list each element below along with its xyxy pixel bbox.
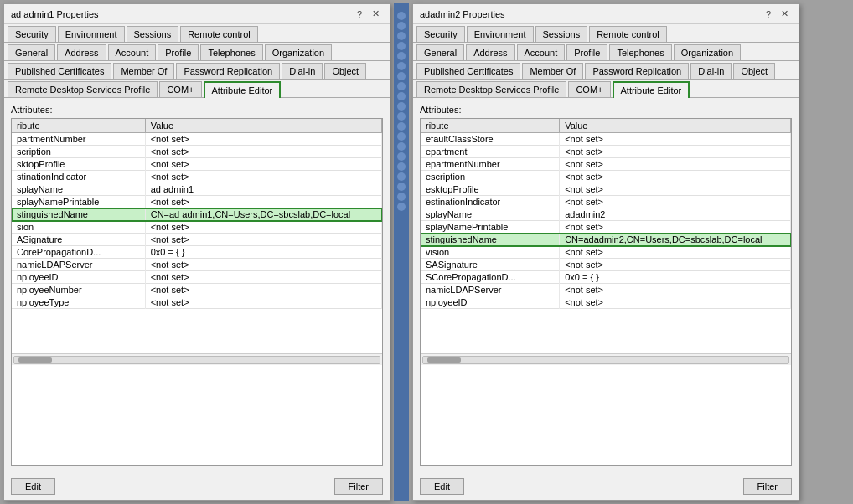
table-row[interactable]: nployeeID<not set>	[12, 271, 382, 284]
dialog1-tab-row3: Published Certificates Member Of Passwor…	[4, 61, 390, 80]
dialog2-tab-dial-in[interactable]: Dial-in	[690, 63, 732, 79]
table-row[interactable]: stinguishedNameCN=ad admin1,CN=Users,DC=…	[12, 208, 382, 221]
dialog2-tab-environment[interactable]: Environment	[467, 26, 534, 42]
attr-name-cell: namicLDAPServer	[421, 284, 560, 296]
dialog1-edit-button[interactable]: Edit	[11, 478, 55, 495]
dialog2-tab-member-of[interactable]: Member Of	[522, 63, 583, 79]
dialog1-tab-object[interactable]: Object	[324, 63, 366, 79]
table-row[interactable]: epartmentNumber<not set>	[421, 158, 791, 171]
dialog2-tab-telephones[interactable]: Telephones	[609, 44, 671, 60]
dialog2-titlebar: adadmin2 Properties ? ✕	[413, 4, 799, 24]
table-row[interactable]: nployeeID<not set>	[421, 296, 791, 309]
attr-name-cell: SCorePropagationD...	[421, 271, 560, 284]
table-row[interactable]: splayNamePrintable<not set>	[12, 196, 382, 208]
dialog1-tab-row1: Security Environment Sessions Remote con…	[4, 24, 390, 43]
table-row[interactable]: splayNamePrintable<not set>	[421, 221, 791, 234]
dialog2-attr-table: ribute Value efaultClassStore<not set>ep…	[421, 119, 791, 309]
dialog1-tab-address[interactable]: Address	[57, 44, 106, 60]
dialog1-tab-profile[interactable]: Profile	[158, 44, 199, 60]
dialog2-tab-security[interactable]: Security	[416, 26, 465, 42]
side-panel-dot	[397, 62, 406, 70]
dialog2-hscrollbar[interactable]	[421, 353, 791, 365]
dialog2-tab-account[interactable]: Account	[517, 44, 566, 60]
dialog2-scrollable[interactable]: ribute Value efaultClassStore<not set>ep…	[421, 119, 791, 353]
dialog2-attr-table-container[interactable]: ribute Value efaultClassStore<not set>ep…	[420, 118, 792, 466]
dialog1-close-button[interactable]: ✕	[369, 8, 383, 19]
dialog1-tab-password-replication[interactable]: Password Replication	[176, 63, 280, 79]
table-row[interactable]: vision<not set>	[421, 246, 791, 259]
dialog1-tab-security[interactable]: Security	[8, 26, 56, 42]
dialog1-tab-published-certificates[interactable]: Published Certificates	[8, 63, 111, 79]
dialog1-tab-remote-control[interactable]: Remote control	[180, 26, 258, 42]
dialog2-tab-general[interactable]: General	[416, 44, 464, 60]
table-row[interactable]: nployeeType<not set>	[12, 296, 382, 309]
table-row[interactable]: SCorePropagationD...0x0 = { }	[421, 271, 791, 284]
side-panel-dot	[397, 122, 406, 131]
dialog1-help-button[interactable]: ?	[354, 9, 365, 19]
dialog1-tab-sessions[interactable]: Sessions	[127, 26, 179, 42]
dialog2-tab-profile[interactable]: Profile	[566, 44, 607, 60]
dialog2-help-button[interactable]: ?	[763, 9, 774, 19]
side-panel	[394, 3, 409, 501]
table-row[interactable]: esktopProfile<not set>	[421, 183, 791, 196]
table-row[interactable]: ASignature<not set>	[12, 234, 382, 246]
dialog1-hscrollbar-track[interactable]	[13, 356, 380, 364]
dialog2-tab-published-certificates[interactable]: Published Certificates	[416, 63, 520, 79]
dialog2-tab-rdsp[interactable]: Remote Desktop Services Profile	[416, 81, 566, 97]
attr-value-cell: <not set>	[560, 133, 791, 146]
dialog1-tab-attribute-editor[interactable]: Attribute Editor	[204, 81, 282, 98]
attr-name-cell: epartment	[421, 146, 560, 158]
dialog1-tab-organization[interactable]: Organization	[265, 44, 332, 60]
table-row[interactable]: SASignature<not set>	[421, 259, 791, 271]
dialog2-tab-address[interactable]: Address	[466, 44, 514, 60]
dialog1-hscrollbar[interactable]	[12, 353, 382, 365]
dialog2-tab-sessions[interactable]: Sessions	[535, 26, 588, 42]
dialog1-tab-telephones[interactable]: Telephones	[200, 44, 262, 60]
dialog2-hscrollbar-track[interactable]	[422, 356, 789, 364]
table-row[interactable]: epartment<not set>	[421, 146, 791, 158]
dialog1-attr-table-container[interactable]: ribute Value partmentNumber<not set>scri…	[11, 118, 383, 466]
dialog1-tab-rdsp[interactable]: Remote Desktop Services Profile	[8, 81, 158, 97]
table-row[interactable]: splayNamead admin1	[12, 183, 382, 196]
dialog2-close-button[interactable]: ✕	[778, 8, 792, 19]
table-row[interactable]: splayNameadadmin2	[421, 208, 791, 221]
side-panel-dot	[397, 102, 406, 111]
table-row[interactable]: estinationIndicator<not set>	[421, 196, 791, 208]
side-panel-dot	[397, 112, 406, 121]
table-row[interactable]: sion<not set>	[12, 221, 382, 234]
dialog2-tab-password-replication[interactable]: Password Replication	[585, 63, 689, 79]
dialog2-tab-com[interactable]: COM+	[568, 81, 610, 97]
dialog1-filter-button[interactable]: Filter	[334, 478, 383, 495]
table-row[interactable]: escription<not set>	[421, 171, 791, 183]
dialog2-tab-row2: General Address Account Profile Telephon…	[413, 43, 799, 61]
attr-name-cell: sktopProfile	[12, 158, 145, 171]
table-row[interactable]: namicLDAPServer<not set>	[421, 284, 791, 296]
dialog1-tab-account[interactable]: Account	[108, 44, 157, 60]
table-row[interactable]: partmentNumber<not set>	[12, 133, 382, 146]
dialog2-tab-attribute-editor[interactable]: Attribute Editor	[613, 81, 690, 98]
table-row[interactable]: efaultClassStore<not set>	[421, 133, 791, 146]
attr-value-cell: 0x0 = { }	[145, 246, 381, 259]
dialog1-tab-dial-in[interactable]: Dial-in	[282, 63, 323, 79]
dialog2-filter-button[interactable]: Filter	[743, 478, 792, 495]
dialog1-tab-environment[interactable]: Environment	[58, 26, 125, 42]
table-row[interactable]: sktopProfile<not set>	[12, 158, 382, 171]
table-row[interactable]: CorePropagationD...0x0 = { }	[12, 246, 382, 259]
dialog1-tab-member-of[interactable]: Member Of	[113, 63, 174, 79]
dialog1-tab-general[interactable]: General	[8, 44, 55, 60]
table-row[interactable]: scription<not set>	[12, 146, 382, 158]
dialog2-tab-object[interactable]: Object	[733, 63, 775, 79]
table-row[interactable]: stinationIndicator<not set>	[12, 171, 382, 183]
dialog1-scrollable[interactable]: ribute Value partmentNumber<not set>scri…	[12, 119, 382, 353]
table-row[interactable]: stinguishedNameCN=adadmin2,CN=Users,DC=s…	[421, 234, 791, 246]
table-row[interactable]: namicLDAPServer<not set>	[12, 259, 382, 271]
dialog2-tab-remote-control[interactable]: Remote control	[589, 26, 667, 42]
dialog2-col-attribute: ribute	[421, 119, 560, 133]
dialog1-tab-com[interactable]: COM+	[159, 81, 201, 97]
table-row[interactable]: nployeeNumber<not set>	[12, 284, 382, 296]
attr-value-cell: <not set>	[560, 146, 791, 158]
attr-name-cell: namicLDAPServer	[12, 259, 145, 271]
dialog2-edit-button[interactable]: Edit	[420, 478, 464, 495]
dialog2-tab-organization[interactable]: Organization	[674, 44, 741, 60]
attr-name-cell: splayNamePrintable	[12, 196, 145, 208]
